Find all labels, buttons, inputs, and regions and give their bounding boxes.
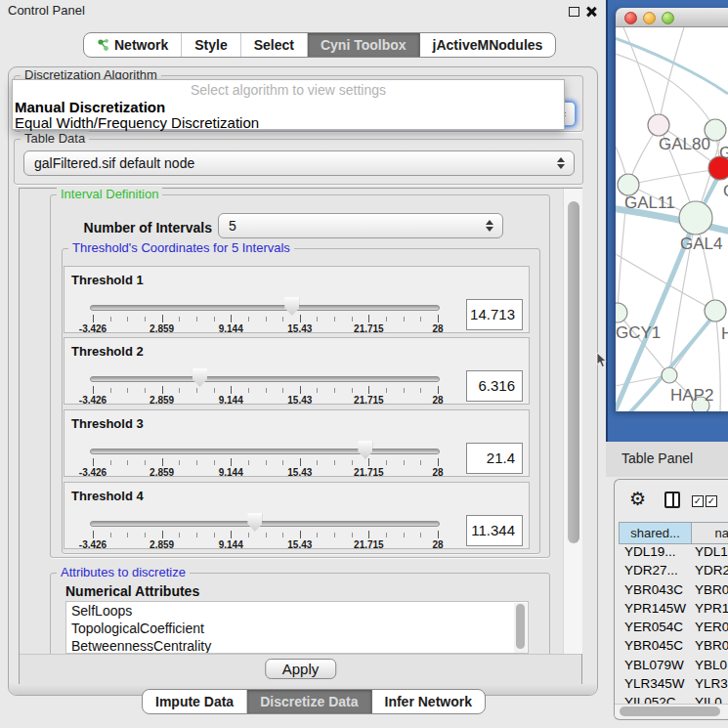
number-of-intervals-combobox[interactable]: 5 [218, 213, 503, 238]
threshold-label: Threshold 3 [71, 416, 144, 431]
cell-name[interactable]: YBR0 [691, 638, 728, 653]
cell-name[interactable]: YLR3 [691, 676, 728, 691]
tab-cyni-toolbox[interactable]: Cyni Toolbox [308, 33, 420, 57]
table-row[interactable]: YLR345WYLR3 [619, 676, 728, 695]
network-node-gal4[interactable] [679, 201, 712, 235]
cell-shared-name[interactable]: YER054C [619, 620, 691, 634]
apply-button[interactable]: Apply [265, 659, 337, 679]
network-edge[interactable] [616, 35, 728, 94]
threshold-value-field[interactable]: 6.316 [466, 370, 523, 402]
checkbox-icon[interactable]: ✓ [692, 495, 704, 507]
cell-shared-name[interactable]: YDL19... [619, 544, 691, 559]
network-node-gal80[interactable] [648, 114, 669, 136]
bottom-tab-impute-data[interactable]: Impute Data [143, 690, 247, 713]
cell-shared-name[interactable]: YIL052C [619, 695, 691, 704]
numerical-attributes-list[interactable]: SelfLoopsTopologicalCoefficientBetweenne… [65, 601, 529, 654]
network-node-gal11[interactable] [618, 174, 639, 195]
attribute-item[interactable]: TopologicalCoefficient [66, 620, 528, 637]
tab-jactivemnodules[interactable]: jActiveMNodules [420, 33, 556, 57]
checkbox-icon[interactable]: ✓ [706, 495, 717, 507]
gear-icon[interactable]: ⚙ [629, 488, 646, 510]
cell-shared-name[interactable]: YBR043C [619, 582, 691, 597]
cell-name[interactable]: YPR1 [691, 601, 728, 616]
threshold-slider-track[interactable] [90, 521, 440, 527]
table-row[interactable]: YIL052CYIL0 [619, 695, 728, 704]
network-window-titlebar[interactable] [616, 8, 728, 27]
threshold-slider-thumb[interactable] [193, 368, 207, 387]
column-header-name[interactable]: na [692, 522, 728, 544]
cell-shared-name[interactable]: YPR145W [619, 601, 691, 616]
bottom-tab-infer-network[interactable]: Infer Network [372, 690, 485, 713]
threshold-panel-1: Threshold 1-3.4262.8599.14415.4321.71528… [64, 266, 530, 333]
slider-tick [162, 386, 163, 394]
list-scrollbar[interactable] [514, 603, 527, 654]
algorithm-popup-item[interactable]: Manual Discretization [15, 99, 165, 115]
table-row[interactable]: YPR145WYPR1 [619, 601, 728, 620]
list-scrollbar-thumb[interactable] [516, 604, 525, 649]
table-row[interactable]: YBR043CYBR0 [619, 582, 728, 601]
table-row[interactable]: YBR045CYBR0 [619, 638, 728, 657]
algorithm-popup-item[interactable]: Equal Width/Frequency Discretization [15, 114, 259, 131]
slider-tick [300, 315, 301, 322]
threshold-slider-track[interactable] [90, 305, 440, 311]
table-hscrollbar[interactable] [615, 704, 728, 718]
attribute-item[interactable]: SelfLoops [66, 602, 528, 620]
close-icon[interactable] [585, 6, 597, 18]
close-traffic-light[interactable] [624, 12, 637, 24]
threshold-value-field[interactable]: 11.344 [466, 515, 523, 546]
threshold-slider-thumb[interactable] [358, 441, 372, 459]
zoom-traffic-light[interactable] [662, 12, 674, 24]
network-node-hap2[interactable] [662, 367, 677, 383]
cell-name[interactable]: YDR2 [691, 563, 728, 578]
threshold-slider-thumb[interactable] [284, 297, 299, 316]
table-row[interactable]: YER054CYER0 [619, 620, 728, 638]
attribute-item[interactable]: BetweennessCentrality [66, 637, 528, 654]
split-columns-icon[interactable] [664, 492, 680, 508]
table-row[interactable]: YDR27...YDR2 [619, 563, 728, 581]
slider-tick [127, 388, 128, 393]
table-hscrollbar-thumb[interactable] [620, 707, 720, 716]
panel-scrollbar[interactable] [563, 189, 582, 654]
slider-tick [404, 460, 405, 465]
slider-tick [110, 533, 111, 537]
cell-shared-name[interactable]: YBL079W [619, 658, 691, 672]
threshold-value-field[interactable]: 14.713 [466, 299, 523, 330]
slider-tick [420, 460, 421, 465]
slider-tick [179, 533, 180, 537]
table-panel: ⚙ ✓ ✓ shared... na YDL19...YDL1YDR27...Y… [614, 479, 728, 720]
threshold-slider-track[interactable] [90, 449, 440, 454]
panel-scrollbar-thumb[interactable] [568, 201, 579, 543]
cell-name[interactable]: YDL1 [691, 544, 728, 559]
network-node-h[interactable] [705, 300, 726, 321]
threshold-value-field[interactable]: 21.4 [466, 443, 523, 474]
slider-tick [334, 533, 335, 537]
column-header-shared-name[interactable]: shared... [619, 522, 692, 544]
cell-name[interactable]: YBR0 [691, 582, 728, 597]
cell-shared-name[interactable]: YDR27... [619, 563, 691, 578]
bottom-tab-discretize-data[interactable]: Discretize Data [247, 690, 371, 713]
cell-name[interactable]: YBL0 [691, 658, 727, 672]
network-edge[interactable] [616, 254, 715, 311]
table-row[interactable]: YDL19...YDL1 [619, 544, 728, 563]
table-data-combobox[interactable]: galFiltered.sif default node [23, 150, 575, 176]
network-canvas[interactable]: GAL80GACGAL11GAL4GCY1HHAP2 [616, 27, 728, 411]
threshold-slider-track[interactable] [90, 376, 440, 382]
slider-tick [368, 531, 369, 538]
network-edge[interactable] [715, 311, 720, 411]
tab-style[interactable]: Style [182, 33, 240, 57]
cell-name[interactable]: YER0 [691, 620, 728, 634]
slider-tick [110, 317, 111, 321]
table-row[interactable]: YBL079WYBL0 [619, 658, 728, 676]
tab-select[interactable]: Select [241, 33, 308, 57]
node-label: GAL4 [680, 235, 722, 254]
cell-shared-name[interactable]: YBR045C [619, 638, 691, 653]
network-node-gcy1[interactable] [616, 303, 627, 322]
threshold-slider-thumb[interactable] [247, 513, 262, 532]
slider-tick-label: 2.859 [150, 539, 174, 550]
numerical-attributes-label: Numerical Attributes [65, 583, 199, 599]
minimize-traffic-light[interactable] [643, 12, 656, 24]
cell-shared-name[interactable]: YLR345W [619, 676, 691, 691]
cell-name[interactable]: YIL0 [691, 695, 722, 704]
float-window-icon[interactable] [569, 7, 579, 17]
tab-network[interactable]: Network [84, 33, 182, 57]
